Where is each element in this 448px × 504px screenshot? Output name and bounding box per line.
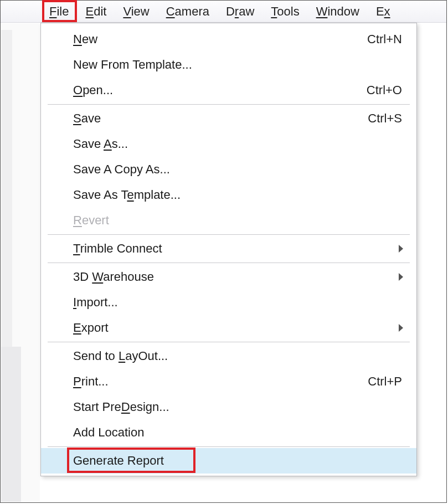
menu-item-new-template[interactable]: New From Template... bbox=[41, 52, 416, 78]
menu-item-import[interactable]: Import... bbox=[41, 290, 416, 315]
menu-item-label: New bbox=[73, 32, 367, 47]
menu-item-label: Save A Copy As... bbox=[73, 162, 405, 177]
menu-separator bbox=[48, 263, 410, 263]
menu-item-label: Generate Report bbox=[73, 454, 405, 468]
menu-separator bbox=[48, 342, 410, 342]
menu-item-label: Trimble Connect bbox=[73, 241, 399, 256]
menu-item-export[interactable]: Export bbox=[41, 315, 416, 341]
menu-shortcut: Ctrl+S bbox=[368, 111, 402, 126]
menu-shortcut: Ctrl+O bbox=[367, 83, 402, 97]
menu-item-warehouse[interactable]: 3D Warehouse bbox=[41, 264, 416, 290]
menubar-item-window[interactable]: Window bbox=[311, 2, 365, 21]
submenu-arrow-icon bbox=[399, 324, 403, 332]
menubar-item-edit[interactable]: Edit bbox=[80, 2, 112, 21]
menu-separator bbox=[48, 234, 410, 235]
menu-item-save[interactable]: SaveCtrl+S bbox=[41, 106, 416, 131]
menu-item-save-as[interactable]: Save As... bbox=[41, 131, 416, 157]
menu-item-save-template[interactable]: Save As Template... bbox=[41, 182, 416, 208]
menu-item-open[interactable]: Open...Ctrl+O bbox=[41, 78, 416, 103]
menu-item-new[interactable]: NewCtrl+N bbox=[41, 27, 416, 52]
menubar-item-ex[interactable]: Ex bbox=[370, 2, 396, 21]
menu-item-print[interactable]: Print...Ctrl+P bbox=[41, 369, 416, 394]
menubar-item-camera[interactable]: Camera bbox=[161, 2, 215, 21]
menu-item-label: New From Template... bbox=[73, 58, 405, 72]
menu-item-label: Export bbox=[73, 321, 399, 335]
menu-item-label: Add Location bbox=[73, 425, 405, 440]
menu-item-label: Revert bbox=[73, 213, 405, 228]
menu-item-label: 3D Warehouse bbox=[73, 270, 399, 284]
menu-item-save-copy[interactable]: Save A Copy As... bbox=[41, 157, 416, 182]
menu-item-add-location[interactable]: Add Location bbox=[41, 420, 416, 445]
menu-item-label: Save As Template... bbox=[73, 188, 405, 202]
menu-item-label: Import... bbox=[73, 295, 405, 310]
workspace-background bbox=[1, 23, 40, 502]
menu-shortcut: Ctrl+N bbox=[367, 32, 402, 47]
menu-item-label: Open... bbox=[73, 83, 367, 97]
menu-item-layout[interactable]: Send to LayOut... bbox=[41, 343, 416, 369]
menubar-item-view[interactable]: View bbox=[117, 2, 155, 21]
menu-item-label: Print... bbox=[73, 374, 368, 389]
menu-item-label: Save bbox=[73, 111, 368, 126]
menu-shortcut: Ctrl+P bbox=[368, 374, 402, 389]
menu-item-generate-report[interactable]: Generate Report bbox=[41, 448, 416, 474]
menubar-item-tools[interactable]: Tools bbox=[265, 2, 305, 21]
submenu-arrow-icon bbox=[399, 245, 403, 253]
menubar: FileEditViewCameraDrawToolsWindowEx bbox=[1, 1, 446, 23]
menubar-item-file[interactable]: File bbox=[44, 2, 74, 21]
menu-item-label: Save As... bbox=[73, 137, 405, 151]
menu-item-trimble[interactable]: Trimble Connect bbox=[41, 236, 416, 261]
menu-separator bbox=[48, 104, 410, 105]
workspace-edge bbox=[1, 347, 21, 502]
menu-item-revert: Revert bbox=[41, 208, 416, 233]
menubar-item-draw[interactable]: Draw bbox=[220, 2, 260, 21]
menu-item-label: Start PreDesign... bbox=[73, 400, 405, 414]
submenu-arrow-icon bbox=[399, 273, 403, 281]
menu-item-predesign[interactable]: Start PreDesign... bbox=[41, 394, 416, 420]
file-menu-dropdown: NewCtrl+NNew From Template...Open...Ctrl… bbox=[40, 23, 417, 476]
workspace-edge bbox=[1, 30, 12, 347]
menu-item-label: Send to LayOut... bbox=[73, 349, 405, 363]
menu-separator bbox=[48, 446, 410, 447]
